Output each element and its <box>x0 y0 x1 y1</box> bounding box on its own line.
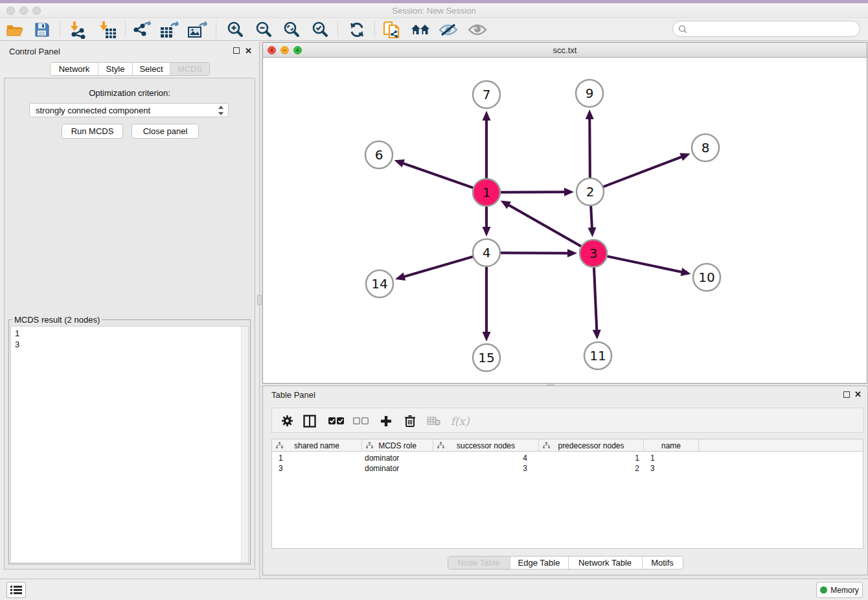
column-header-mcds-role[interactable]: MCDS role <box>362 439 433 452</box>
graph-edge-2-9[interactable] <box>589 118 590 178</box>
graph-edge-2-8[interactable] <box>603 157 683 187</box>
table-row[interactable]: 3 dominator 3 2 3 <box>272 463 863 474</box>
application-window: Session: New Session <box>0 0 868 600</box>
new-network-from-selection-icon[interactable] <box>381 18 403 41</box>
column-header-predecessor-nodes[interactable]: predecessor nodes <box>539 439 644 452</box>
tab-network[interactable]: Network <box>51 63 98 75</box>
graph-edge-1-2[interactable] <box>500 192 565 192</box>
vertical-splitter-handle[interactable] <box>257 295 262 305</box>
graph-node-label: 7 <box>483 87 491 102</box>
column-header-name[interactable]: name <box>644 439 699 452</box>
graph-edge-3-11[interactable] <box>594 267 597 331</box>
graph-node-label: 15 <box>478 350 494 365</box>
graph-edge-arrowhead <box>483 332 491 341</box>
export-table-icon[interactable] <box>158 18 181 41</box>
zoom-selected-icon[interactable] <box>309 18 331 41</box>
select-all-icon[interactable] <box>326 408 346 433</box>
column-type-icon <box>437 442 444 449</box>
select-arrows-icon <box>217 106 224 115</box>
first-neighbors-icon[interactable] <box>408 18 433 41</box>
zoom-in-icon[interactable] <box>224 18 246 41</box>
graph-edge-4-14[interactable] <box>403 257 473 277</box>
graph-edge-4-3[interactable] <box>500 253 569 253</box>
save-session-icon[interactable] <box>31 18 53 41</box>
table-toolbar: f(x) <box>271 408 863 433</box>
graph-node-label: 10 <box>698 270 714 285</box>
refresh-layout-icon[interactable] <box>346 18 368 41</box>
export-network-icon[interactable] <box>130 18 154 41</box>
graph-edge-3-10[interactable] <box>607 256 683 272</box>
window-titlebar: Session: New Session <box>0 3 868 18</box>
run-mcds-button[interactable]: Run MCDS <box>62 124 123 139</box>
tab-motifs[interactable]: Motifs <box>643 557 683 569</box>
column-header-successor-nodes[interactable]: successor nodes <box>433 439 539 452</box>
close-table-panel-icon[interactable]: ✕ <box>854 390 862 398</box>
result-line: 3 <box>11 339 248 350</box>
minimize-window-button[interactable] <box>19 6 28 15</box>
toolbar-separator <box>60 21 60 38</box>
graph-edge-3-1[interactable] <box>508 205 582 247</box>
graph-node-label: 4 <box>483 245 491 260</box>
close-panel-icon[interactable]: ✕ <box>245 47 252 55</box>
deselect-all-icon[interactable] <box>351 408 371 433</box>
tab-select[interactable]: Select <box>133 63 170 75</box>
gear-icon[interactable] <box>279 408 295 433</box>
mcds-panel-body: Optimization criterion: strongly connect… <box>4 78 255 570</box>
add-column-icon[interactable] <box>377 408 395 433</box>
memory-button[interactable]: Memory <box>816 582 863 598</box>
graph-edge-2-3[interactable] <box>591 205 592 229</box>
import-table-icon[interactable] <box>95 18 119 41</box>
network-graph[interactable]: 7968124314101511 <box>264 58 867 384</box>
graph-node-label: 14 <box>371 276 387 292</box>
table-row[interactable]: 1 dominator 4 1 1 <box>272 453 863 463</box>
column-header-shared-name[interactable]: shared name <box>272 439 362 452</box>
criterion-select[interactable]: strongly connected component <box>29 103 229 117</box>
search-input[interactable] <box>672 21 860 37</box>
zoom-network-icon[interactable]: + <box>293 46 302 54</box>
open-folder-icon[interactable] <box>4 18 26 41</box>
close-window-button[interactable] <box>6 6 15 15</box>
network-window-titlebar: × − + scc.txt <box>263 43 867 58</box>
graph-node-label: 3 <box>589 246 598 261</box>
float-panel-icon[interactable] <box>233 47 240 54</box>
import-network-icon[interactable] <box>66 18 89 41</box>
column-layout-icon[interactable] <box>301 408 319 433</box>
tab-mcds[interactable]: MCDS <box>170 63 209 75</box>
close-panel-button[interactable]: Close panel <box>131 124 199 139</box>
result-line: 1 <box>11 328 248 339</box>
column-type-icon <box>543 442 550 449</box>
export-image-icon[interactable] <box>186 18 209 41</box>
function-builder-icon: f(x) <box>448 408 472 433</box>
close-network-icon[interactable]: × <box>268 46 276 54</box>
network-window-title: scc.txt <box>263 43 867 58</box>
graph-edge-1-6[interactable] <box>402 163 474 189</box>
main-toolbar <box>0 18 868 41</box>
task-history-button[interactable] <box>6 582 26 598</box>
control-panel-title: Control Panel <box>9 47 60 56</box>
cell-predecessor-nodes: 2 <box>539 463 644 474</box>
minimize-network-icon[interactable]: − <box>280 46 289 54</box>
graph-edge-arrowhead <box>483 227 491 237</box>
tab-node-table[interactable]: Node Table <box>448 557 510 569</box>
node-table[interactable]: shared name MCDS role successor nodes pr… <box>271 439 863 549</box>
result-scrollbar[interactable] <box>241 327 248 562</box>
zoom-out-icon[interactable] <box>253 18 275 41</box>
cell-mcds-role: dominator <box>362 453 433 463</box>
hide-selected-icon[interactable] <box>437 18 460 41</box>
cell-successor-nodes: 3 <box>433 463 539 474</box>
delete-column-icon[interactable] <box>401 408 419 433</box>
zoom-fit-icon[interactable] <box>280 18 303 41</box>
column-type-icon <box>366 442 373 449</box>
graph-edge-arrowhead <box>593 330 601 340</box>
tab-style[interactable]: Style <box>98 63 133 75</box>
float-table-panel-icon[interactable] <box>843 391 850 398</box>
tab-edge-table[interactable]: Edge Table <box>510 557 569 569</box>
delete-table-icon <box>425 408 443 433</box>
tab-network-table[interactable]: Network Table <box>569 557 643 569</box>
maximize-window-button[interactable] <box>32 6 41 15</box>
memory-status-icon <box>820 586 827 594</box>
mcds-result-list[interactable]: 1 3 <box>10 326 249 563</box>
graph-node-label: 6 <box>375 147 383 163</box>
graph-edge-arrowhead <box>567 249 577 257</box>
show-all-icon[interactable] <box>466 18 489 41</box>
